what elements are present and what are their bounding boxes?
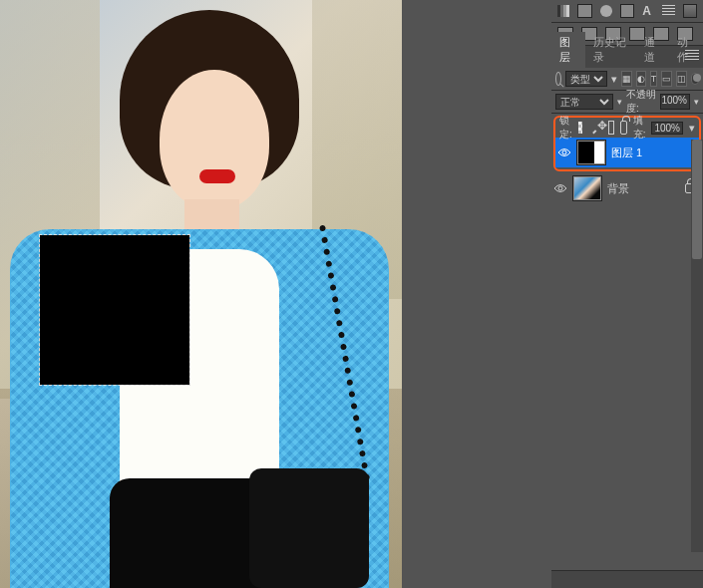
layer-thumbnail[interactable]: [577, 141, 605, 164]
tab-layers[interactable]: 图层: [551, 32, 585, 68]
filter-kind-select[interactable]: 类型: [565, 71, 607, 87]
lock-transparency-icon[interactable]: [578, 122, 582, 134]
top-icon-row-1: A: [551, 0, 703, 23]
panels-column: A 图层 历史记录 通道 动作 类型 ▾ ▦ ◐ T ▭ ◫ 正常 ▾ 不透: [551, 0, 703, 570]
tab-channels[interactable]: 通道: [636, 32, 670, 68]
canvas-area[interactable]: [0, 0, 402, 588]
chevron-down-icon: ▾: [689, 122, 695, 135]
lock-all-icon[interactable]: [620, 121, 626, 135]
pasteboard: [402, 0, 551, 588]
fill-value[interactable]: 100%: [651, 122, 683, 135]
layer-name[interactable]: 背景: [607, 181, 629, 196]
character-icon[interactable]: A: [642, 5, 654, 17]
panel-menu-icon[interactable]: [685, 50, 699, 62]
visibility-toggle[interactable]: [553, 181, 567, 195]
layer-thumbnail[interactable]: [573, 176, 601, 200]
filter-toggle[interactable]: [691, 73, 699, 85]
opacity-value[interactable]: 100%: [660, 94, 690, 110]
layer-name[interactable]: 图层 1: [611, 146, 642, 160]
chevron-down-icon: ▾: [694, 97, 699, 107]
panel-tabbar: 图层 历史记录 通道 动作: [551, 46, 703, 68]
eye-icon: [553, 183, 567, 193]
eye-icon: [557, 147, 571, 157]
filter-shape-icon[interactable]: ▭: [661, 71, 672, 87]
scrollbar-thumb[interactable]: [692, 140, 702, 259]
filter-pixel-icon[interactable]: ▦: [621, 71, 632, 87]
opacity-label: 不透明度:: [626, 88, 656, 116]
visibility-toggle[interactable]: [557, 146, 571, 159]
tab-history[interactable]: 历史记录: [585, 32, 636, 68]
blend-mode-select[interactable]: 正常: [555, 94, 613, 110]
swatch-icon[interactable]: [577, 4, 591, 18]
filter-adjust-icon[interactable]: ◐: [636, 71, 646, 87]
lock-artboard-icon[interactable]: [608, 121, 614, 135]
selection-filled-rect[interactable]: [40, 235, 189, 385]
lock-label: 锁定:: [559, 114, 572, 142]
chevron-down-icon: ▾: [611, 73, 617, 86]
layers-stack-icon[interactable]: [683, 4, 697, 18]
search-icon: [555, 72, 561, 86]
layer-row-1[interactable]: 图层 1: [555, 138, 699, 167]
filter-smart-icon[interactable]: ◫: [676, 71, 687, 87]
histogram-icon[interactable]: [557, 5, 569, 17]
svg-point-1: [558, 186, 562, 190]
chevron-down-icon: ▾: [617, 97, 622, 107]
color-wheel-icon[interactable]: [600, 5, 612, 17]
highlight-annotation: 锁定: 填充: 100% ▾ 图层 1: [553, 116, 701, 171]
filter-type-icon[interactable]: T: [650, 71, 658, 87]
layer-row-background[interactable]: 背景: [551, 173, 703, 203]
lock-row: 锁定: 填充: 100% ▾: [555, 118, 699, 138]
lock-position-icon[interactable]: [598, 122, 602, 134]
swatches-panel-icon[interactable]: [620, 4, 634, 18]
blend-row: 正常 ▾ 不透明度: 100% ▾: [551, 91, 703, 114]
svg-point-0: [562, 150, 566, 154]
fill-label: 填充:: [633, 114, 646, 142]
bottom-divider: [551, 570, 703, 588]
paragraph-icon[interactable]: [662, 5, 674, 17]
panel-scrollbar[interactable]: [691, 140, 703, 552]
lock-pixels-icon[interactable]: [584, 122, 597, 135]
